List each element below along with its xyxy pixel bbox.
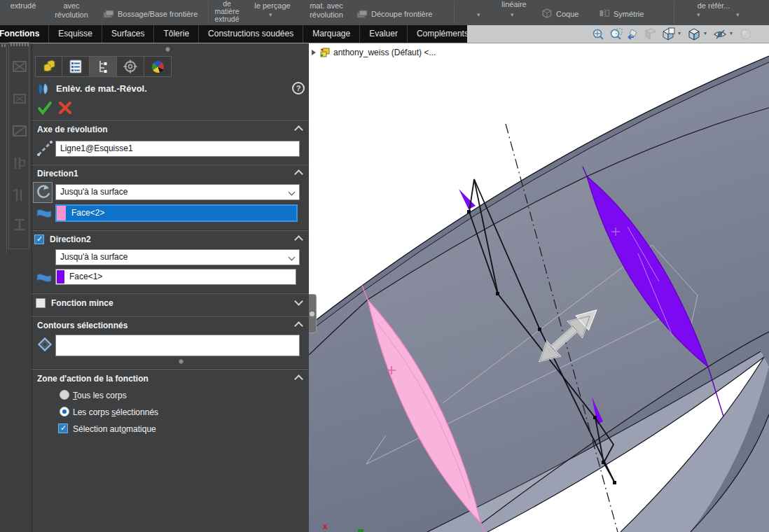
property-manager: Enlèv. de mat.-Révol. ? Axe de révolutio…: [32, 43, 309, 532]
feature-tree-root[interactable]: anthony_weiss (Défaut) <...: [312, 47, 436, 58]
display-style-dropdown[interactable]: [704, 27, 710, 42]
end-cap-icon[interactable]: [11, 90, 28, 107]
reference-dropdown[interactable]: [695, 13, 706, 20]
linear-pattern-dropdown[interactable]: [508, 13, 520, 20]
ribbon-separator: [208, 1, 209, 24]
ribbon-item-shell[interactable]: Coque: [556, 10, 591, 19]
ribbon-item-hole-wizard[interactable]: le perçage: [245, 1, 300, 10]
structural-member-icon[interactable]: [11, 187, 28, 204]
hole-wizard-dropdown[interactable]: [267, 13, 278, 20]
section-view-icon[interactable]: [643, 27, 658, 42]
tab-fonctions[interactable]: Fonctions: [0, 25, 49, 43]
direction2-end-condition-combo[interactable]: Jusqu'à la surface: [55, 249, 300, 265]
zoom-to-fit-icon[interactable]: [590, 27, 606, 42]
edit-appearance-icon[interactable]: [738, 27, 754, 42]
ok-button[interactable]: [36, 99, 53, 116]
curves-dropdown[interactable]: [734, 13, 745, 20]
hide-show-dropdown[interactable]: [730, 27, 736, 42]
view-orientation-dropdown[interactable]: [678, 27, 684, 42]
combo-chevron-icon: [289, 254, 296, 261]
all-bodies-radio[interactable]: [60, 390, 69, 400]
collapse-direction2-chevron[interactable]: [294, 235, 303, 244]
toolbar-grip[interactable]: [1, 44, 7, 47]
tree-item-label: anthony_weiss (Défaut) <...: [333, 48, 436, 57]
docked-toolbar-partial: [0, 43, 7, 253]
collapse-contours-chevron[interactable]: [294, 321, 303, 330]
reverse-direction-button[interactable]: [33, 182, 53, 203]
direction1-end-condition-combo[interactable]: Jusqu'à la surface: [55, 184, 300, 200]
ribbon-item-boundary-boss[interactable]: Bossage/Base frontière: [118, 10, 207, 19]
pattern-dropdown[interactable]: [475, 13, 486, 20]
auto-select-label: Sélection automatique: [73, 424, 156, 434]
graphics-viewport[interactable]: anthony_weiss (Défaut) <... x: [309, 43, 769, 532]
left-panel-area: Enlèv. de mat.-Révol. ? Axe de révolutio…: [0, 43, 309, 532]
tab-constructions-soudees[interactable]: Constructions soudées: [199, 25, 303, 43]
panel-splitter-handle[interactable]: [309, 294, 317, 333]
thin-feature-checkbox[interactable]: [36, 298, 46, 308]
cancel-button[interactable]: [57, 100, 73, 115]
direction2-end-condition-value: Jusqu'à la surface: [60, 252, 127, 262]
tab-esquisse[interactable]: Esquisse: [49, 25, 102, 43]
direction1-face-value: Face<2>: [66, 206, 296, 220]
ribbon-item-extruded-cut[interactable]: de matière extrudé: [210, 0, 244, 23]
ribbon: extrudé avec révolution Bossage/Base fro…: [0, 0, 769, 25]
help-button[interactable]: ?: [292, 82, 305, 94]
tab-complements-solidworks[interactable]: Compléments de SOLIDWORKS: [408, 25, 467, 43]
previous-view-icon[interactable]: [625, 27, 641, 42]
tree-expand-arrow-icon[interactable]: [312, 50, 316, 55]
direction1-face-selection[interactable]: Face<2>: [55, 204, 298, 222]
panel-drag-dot[interactable]: [165, 47, 170, 52]
tab-dimxpertmanager[interactable]: [117, 56, 144, 77]
expand-thin-feature-chevron[interactable]: [294, 297, 303, 306]
tab-displaymanager[interactable]: [144, 56, 172, 77]
ribbon-item-revolved-boss[interactable]: avec révolution: [42, 1, 101, 20]
axis-icon: [36, 139, 54, 158]
separator: [32, 315, 310, 316]
weld-bead-icon[interactable]: [11, 155, 28, 172]
direction2-header: Direction2: [50, 234, 91, 244]
display-style-icon[interactable]: [686, 27, 702, 42]
property-manager-title: Enlèv. de mat.-Révol.: [56, 83, 147, 94]
purple-sliver-top[interactable]: [459, 189, 476, 209]
contour-select-icon: [35, 335, 55, 354]
face1-color-swatch: [57, 270, 64, 284]
solidworks-window: extrudé avec révolution Bossage/Base fro…: [0, 0, 769, 532]
tab-surfaces[interactable]: Surfaces: [102, 25, 154, 43]
triad-x-label: x: [323, 522, 328, 531]
tab-configurationmanager[interactable]: [90, 56, 117, 77]
tab-marquage[interactable]: Marquage: [303, 25, 360, 43]
tab-propertymanager[interactable]: [62, 56, 90, 77]
tab-tolerie[interactable]: Tôlerie: [154, 25, 199, 43]
ribbon-item-linear-pattern[interactable]: linéaire: [492, 0, 536, 9]
ribbon-item-extruded-boss[interactable]: extrudé: [3, 1, 43, 10]
ribbon-item-reference-geometry[interactable]: de réfèr...: [686, 1, 741, 10]
ribbon-item-boundary-cut[interactable]: Découpe frontière: [371, 10, 448, 19]
selected-bodies-radio[interactable]: [60, 407, 69, 416]
ibeam-icon[interactable]: [11, 216, 28, 233]
panel-resize-dot[interactable]: [179, 359, 183, 364]
tab-evaluer[interactable]: Evaluer: [360, 25, 408, 43]
hide-show-items-icon[interactable]: [712, 27, 728, 42]
collapse-scope-chevron[interactable]: [294, 374, 303, 384]
triad-y-fragment: [358, 529, 363, 532]
view-orientation-icon[interactable]: [660, 27, 676, 42]
boundary-cut-icon: [356, 8, 368, 19]
collapse-axis-chevron[interactable]: [294, 125, 303, 134]
axis-of-revolution-input[interactable]: Ligne1@Esquisse1: [55, 141, 300, 157]
tab-featuremanager[interactable]: [35, 56, 62, 77]
direction2-checkbox[interactable]: [34, 234, 44, 244]
selected-contours-input[interactable]: [55, 335, 300, 356]
auto-select-checkbox[interactable]: [58, 424, 68, 433]
zoom-to-area-icon[interactable]: [608, 27, 623, 42]
face-select-icon: [35, 270, 53, 286]
collapse-direction1-chevron[interactable]: [294, 169, 303, 178]
trim-extend-icon[interactable]: [11, 58, 28, 75]
all-bodies-label: Tous les corps: [73, 391, 127, 400]
toolbar-grip[interactable]: [11, 43, 29, 46]
ribbon-item-revolved-cut[interactable]: mat. avec révolution: [298, 1, 354, 20]
direction1-header: Direction1: [37, 169, 78, 178]
separator: [32, 119, 310, 120]
ribbon-item-mirror[interactable]: Symétrie: [614, 10, 656, 19]
direction2-face-selection[interactable]: Face<1>: [55, 269, 296, 285]
gusset-icon[interactable]: [11, 122, 28, 139]
